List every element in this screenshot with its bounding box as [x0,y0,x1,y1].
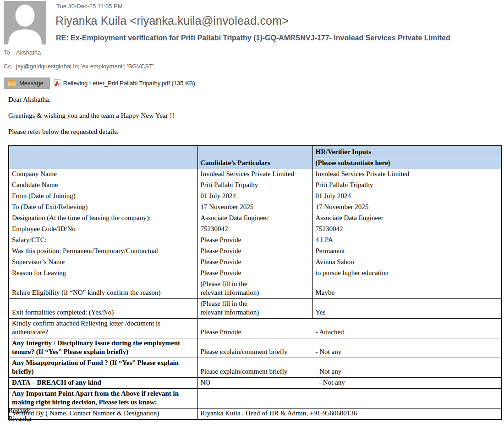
table-row: Any Integrity / Disciplinary Issue durin… [9,338,501,358]
header-hr-verifier-inputs: HR/Verifier Inputs [312,146,501,158]
candidate-cell: Associate Data Engineer [197,213,312,224]
table-row: Employee Code/ID/No7523004275230042 [9,224,501,235]
merged-input-cell: NO - Not any [197,377,501,388]
table-row: Exit formalities completed: (Yes/No)(Ple… [9,298,501,318]
merged-input-cell: Please explain/comment briefly- Not any [197,338,501,358]
merged-input-cell: Please Provide- Attached [197,318,501,338]
row-label: To (Date of Exit/Relieving) [9,202,197,213]
tab-message-label: Message [19,80,44,87]
table-row: Rehire Eligibility (if “NO” kindly confi… [9,279,501,298]
to-row: ToAkshatha [4,49,41,56]
candidate-cell: (Please fill in the relevant information… [197,279,312,298]
row-label: Company Name [9,169,197,180]
table-row: Candidate NamePriti Pallabi TripathyPrit… [9,180,501,191]
to-recipient[interactable]: Akshatha [16,49,41,56]
table-row: DATA – BREACH of any kind NO - Not any [9,377,501,388]
table-row: Reason for LeavingPlease Provideto pursu… [9,268,501,279]
table-row: Company NameInvolead Services Private Li… [9,169,501,180]
header-candidate-particulars: Candidate’s Particulars [197,146,312,169]
candidate-cell: Please Provide [197,235,312,246]
hr-verifier-cell: to pursue higher education [312,268,501,279]
merged-input-cell: Please explain/comment briefly- Not any [197,358,501,377]
hr-verifier-cell: 17 November 2025 [312,202,501,213]
row-label: Any Misappropriation of Fund ? (If “Yes”… [9,358,197,377]
body-line-2: Please refer below the requested details… [8,127,174,136]
envelope-icon [7,80,16,87]
tab-strip: Message A Relieving Letter_Priti Pallabi… [4,77,195,89]
candidate-cell: Priti Pallabi Tripathy [197,180,312,191]
hr-verifier-cell: Avinna Sahoo [312,257,501,268]
row-label: Any Important Point Apart from the Above… [9,388,197,408]
table-row: Verified By ( Name, Contact Number & Des… [9,408,501,419]
message-body: Dear Akshatha, Greetings & wishing you a… [8,95,174,144]
row-label: Exit formalities completed: (Yes/No) [9,298,197,318]
hr-verifier-cell: Maybe [312,279,501,298]
merged-right-text: - Not any [316,348,342,356]
avatar [4,1,46,44]
hr-verifier-cell: Associate Data Engineer [312,213,501,224]
to-label: To [4,49,16,56]
greeting-line: Dear Akshatha, [8,95,174,104]
candidate-cell: Please Provide [197,257,312,268]
attachment-item[interactable]: A Relieving Letter_Priti Pallabi Tripath… [54,79,195,87]
row-label: Verified By ( Name, Contact Number & Des… [9,408,197,419]
hr-verifier-cell: 01 July 2024 [312,191,501,202]
table-row: Any Misappropriation of Fund ? (If “Yes”… [9,358,501,377]
row-label: Supervisor’s Name [9,257,197,268]
verification-table: Candidate’s Particulars HR/Verifier Inpu… [8,145,502,420]
hr-verifier-cell: Priti Pallabi Tripathy [312,180,501,191]
divider-bottom [0,90,504,90]
candidate-cell: Please Provide [197,268,312,279]
hr-verifier-cell: 4 LPA [312,235,501,246]
candidate-cell: Involead Services Private Limited [197,169,312,180]
merged-left-text: Please explain/comment briefly [201,348,288,355]
merged-left-text: NO [201,379,211,386]
signoff-name: Riyanka [8,414,33,423]
subject-line: RE: Ex-Employment verification for Priti… [56,34,496,42]
table-row: To (Date of Exit/Relieving)17 November 2… [9,202,501,213]
cc-row: Ccjay@goldquestglobal.in; 'ex employment… [4,63,154,70]
row-label: Reason for Leaving [9,268,197,279]
merged-right-text: - Not any [316,378,345,387]
row-label: From (Date of Joining) [9,191,197,202]
header-substantiate-here: (Please substantiate here) [312,158,501,169]
table-row: Any Important Point Apart from the Above… [9,388,501,408]
hr-verifier-cell: Yes [312,298,501,318]
table-row: Designation (At the time of leaving the … [9,213,501,224]
row-label: Designation (At the time of leaving the … [9,213,197,224]
table-row: Salary/CTC:Please Provide4 LPA [9,235,501,246]
row-label: Employee Code/ID/No [9,224,197,235]
merged-left-text: Please Provide [201,328,241,336]
hr-verifier-cell: Involead Services Private Limited [312,169,501,180]
candidate-cell: 75230042 [197,224,312,235]
divider-top [0,75,504,75]
row-label: Any Integrity / Disciplinary Issue durin… [9,338,197,358]
merged-right-text: - Attached [316,328,344,337]
table-row: Was this position: Permanent/Temporary/C… [9,246,501,257]
sender-address[interactable]: Riyanka Kuila <riyanka.kuila@involead.co… [55,14,289,28]
body-line-1: Greetings & wishing you and the team a H… [8,111,174,120]
table-row: Kindly confirm attached Relieving letter… [9,318,501,338]
signoff: Regards, Riyanka [8,406,33,423]
tab-message[interactable]: Message [4,77,50,89]
row-label: DATA – BREACH of any kind [9,377,197,388]
table-row: Supervisor’s NamePlease ProvideAvinna Sa… [9,257,501,268]
merged-left-text: Riyanka Kuila , Head of HR & Admin, +91-… [201,409,357,417]
candidate-cell: 17 November 2025 [197,202,312,213]
cc-recipients[interactable]: jay@goldquestglobal.in; 'ex employment';… [16,63,154,70]
message-timestamp: Tue 30-Dec-25 11:05 PM [56,3,123,10]
merged-input-cell: Riyanka Kuila , Head of HR & Admin, +91-… [197,408,501,419]
table-row: From (Date of Joining)01 July 202401 Jul… [9,191,501,202]
person-silhouette-icon [4,1,46,44]
row-label: Was this position: Permanent/Temporary/C… [9,246,197,257]
attachment-name: Relieving Letter_Priti Pallabi Tripathy.… [63,80,195,87]
row-label: Candidate Name [9,180,197,191]
candidate-cell: Please Provide [197,246,312,257]
row-label: Kindly confirm attached Relieving letter… [9,318,197,338]
cc-label: Cc [4,63,16,70]
row-label: Salary/CTC: [9,235,197,246]
row-label: Rehire Eligibility (if “NO” kindly confi… [9,279,197,298]
merged-left-text: Please explain/comment briefly [201,368,288,375]
merged-right-text: - Not any [316,367,342,376]
candidate-cell: (Please fill in the relevant information… [197,298,312,318]
